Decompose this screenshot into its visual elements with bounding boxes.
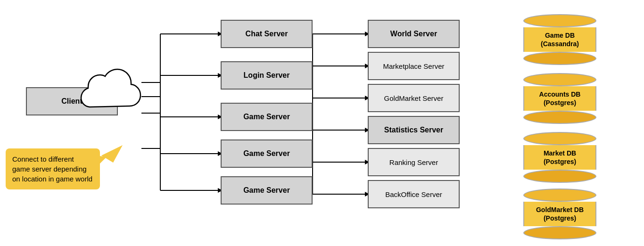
db4-top bbox=[523, 189, 596, 202]
login-server-label: Login Server bbox=[244, 71, 290, 80]
db1-top bbox=[523, 14, 596, 27]
db3-bottom bbox=[523, 170, 596, 183]
tooltip-bubble: Connect to different game server dependi… bbox=[6, 148, 100, 189]
accounts-db-cylinder: Accounts DB(Postgres) bbox=[523, 73, 596, 124]
game-server-2-label: Game Server bbox=[243, 149, 290, 158]
chat-server-label: Chat Server bbox=[246, 30, 288, 38]
world-server-label: World Server bbox=[390, 30, 437, 38]
cloud-icon bbox=[80, 66, 141, 127]
db4-bottom bbox=[523, 226, 596, 239]
db1-label: Game DB(Cassandra) bbox=[523, 27, 596, 52]
tooltip-text: Connect to different game server dependi… bbox=[12, 155, 92, 183]
marketplace-server-label: Marketplace Server bbox=[383, 62, 444, 70]
game-server-1-label: Game Server bbox=[243, 113, 290, 121]
db2-bottom bbox=[523, 111, 596, 124]
db2-top bbox=[523, 73, 596, 86]
marketplace-server-box: Marketplace Server bbox=[368, 52, 460, 80]
backoffice-server-box: BackOffice Server bbox=[368, 180, 460, 208]
ranking-server-box: Ranking Server bbox=[368, 148, 460, 176]
goldmarket-db-cylinder: GoldMarket DB(Postgres) bbox=[523, 189, 596, 239]
db1-bottom bbox=[523, 52, 596, 65]
world-server-box: World Server bbox=[368, 20, 460, 48]
login-server-box: Login Server bbox=[221, 61, 313, 90]
db3-label: Market DB(Postgres) bbox=[523, 145, 596, 170]
db4-label: GoldMarket DB(Postgres) bbox=[523, 202, 596, 226]
goldmarket-server-label: GoldMarket Server bbox=[384, 94, 444, 102]
client-label: Client bbox=[61, 97, 82, 106]
chat-server-box: Chat Server bbox=[221, 20, 313, 48]
game-server-2-box: Game Server bbox=[221, 139, 313, 168]
db3-top bbox=[523, 132, 596, 145]
market-db-cylinder: Market DB(Postgres) bbox=[523, 132, 596, 183]
game-server-3-box: Game Server bbox=[221, 176, 313, 205]
backoffice-server-label: BackOffice Server bbox=[385, 190, 442, 198]
db2-label: Accounts DB(Postgres) bbox=[523, 86, 596, 111]
game-server-3-label: Game Server bbox=[243, 186, 290, 195]
architecture-diagram: Client Chat Server Login Server Game Ser… bbox=[0, 0, 644, 246]
ranking-server-label: Ranking Server bbox=[389, 158, 438, 166]
goldmarket-server-box: GoldMarket Server bbox=[368, 84, 460, 112]
game-server-1-box: Game Server bbox=[221, 103, 313, 131]
statistics-server-box: Statistics Server bbox=[368, 116, 460, 144]
statistics-server-label: Statistics Server bbox=[384, 126, 443, 134]
game-db-cylinder: Game DB(Cassandra) bbox=[523, 14, 596, 65]
